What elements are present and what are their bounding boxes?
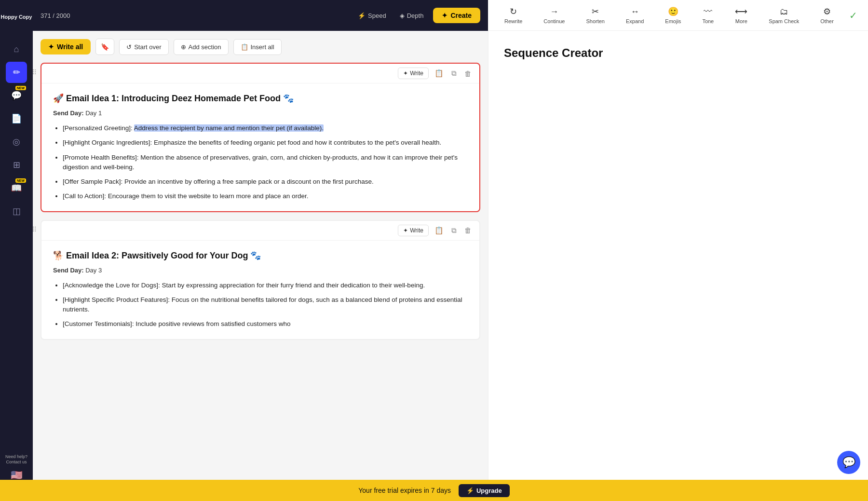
- sidebar-item-target[interactable]: ◎: [6, 131, 27, 152]
- expand-button[interactable]: ↔ Expand: [620, 4, 650, 27]
- emojis-button[interactable]: 🙂 Emojis: [659, 3, 687, 27]
- add-section-icon: ⊕: [181, 43, 186, 51]
- write-all-label: Write all: [57, 43, 83, 51]
- send-day-label-2: Send Day:: [53, 267, 84, 274]
- list-item: [Customer Testimonials]: Include positiv…: [63, 319, 468, 329]
- sidebar-item-doc[interactable]: 📄: [6, 108, 27, 129]
- language-flag[interactable]: 🇺🇸: [11, 469, 23, 481]
- write-all-button[interactable]: ✦ Write all: [41, 39, 91, 54]
- card-write-label-2: Write: [410, 227, 423, 234]
- top-controls: ⚡ Speed ◈ Depth ✦ Create: [354, 8, 480, 23]
- upgrade-label: Upgrade: [476, 487, 502, 494]
- new-badge: new: [15, 86, 26, 90]
- section-wrapper-1: ⠿ ✦ Write 📋 ⧉ 🗑 🚀 Email Idea 1: Introduc…: [41, 63, 480, 212]
- right-panel-title: Sequence Creator: [504, 46, 853, 60]
- create-label: Create: [450, 12, 472, 19]
- book-icon: 📖: [11, 183, 22, 193]
- send-day-2: Send Day: Day 3: [53, 267, 468, 274]
- send-day-value-1: Day 1: [85, 109, 102, 117]
- more-icon: ⟷: [735, 6, 747, 17]
- right-toolbar: ↻ Rewrite → Continue ✂ Shorten ↔ Expand …: [488, 0, 868, 31]
- card-title-2: 🐕 Email Idea 2: Pawsitively Good for You…: [53, 250, 468, 261]
- doc-icon: 📄: [11, 113, 22, 124]
- card-duplicate-icon-1[interactable]: ⧉: [449, 68, 459, 79]
- tone-button[interactable]: 〰 Tone: [696, 4, 719, 27]
- email-list-2: [Acknowledge the Love for Dogs]: Start b…: [53, 281, 468, 329]
- card-copy-icon-1[interactable]: 📋: [433, 68, 446, 79]
- word-count: 371 / 2000: [41, 12, 70, 19]
- email-card-1: ✦ Write 📋 ⧉ 🗑 🚀 Email Idea 1: Introducin…: [41, 63, 480, 212]
- list-item: [Acknowledge the Love for Dogs]: Start b…: [63, 281, 468, 290]
- insert-all-button[interactable]: 📋 Insert all: [233, 39, 282, 55]
- list-item: [Call to Action]: Encourage them to visi…: [63, 191, 468, 201]
- drag-handle-2[interactable]: ⠿: [33, 226, 37, 233]
- chat-bubble-icon: 💬: [842, 456, 855, 469]
- sidebar-item-edit[interactable]: ✏: [6, 62, 27, 83]
- list-item: [Promote Health Benefits]: Mention the a…: [63, 153, 468, 173]
- bookmark-button[interactable]: 🔖: [95, 39, 114, 55]
- card-copy-icon-2[interactable]: 📋: [433, 225, 446, 236]
- speed-button[interactable]: ⚡ Speed: [354, 10, 390, 21]
- card-write-icon-2: ✦: [403, 227, 408, 234]
- upgrade-button[interactable]: ⚡ Upgrade: [459, 484, 510, 497]
- spam-check-label: Spam Check: [769, 18, 799, 24]
- sidebar: Hoppy Copy ⌂ ✏ 💬 new 📄 ◎ ⊞ 📖: [0, 0, 33, 501]
- continue-label: Continue: [543, 18, 565, 24]
- list-item: [Personalized Greeting]: Address the rec…: [63, 123, 468, 133]
- send-day-label-1: Send Day:: [53, 109, 84, 117]
- expand-label: Expand: [626, 18, 644, 24]
- chat-bubble[interactable]: 💬: [837, 451, 860, 474]
- email-card-2: ✦ Write 📋 ⧉ 🗑 🐕 Email Idea 2: Pawsitivel…: [41, 220, 480, 340]
- start-over-button[interactable]: ↺ Start over: [119, 39, 168, 55]
- sidebar-item-box[interactable]: ◫: [6, 201, 27, 222]
- send-day-1: Send Day: Day 1: [53, 109, 468, 117]
- more-label: More: [735, 18, 747, 24]
- depth-button[interactable]: ◈ Depth: [396, 10, 428, 21]
- speed-icon: ⚡: [358, 12, 366, 19]
- continue-button[interactable]: → Continue: [538, 4, 570, 27]
- add-section-label: Add section: [189, 43, 221, 51]
- add-section-button[interactable]: ⊕ Add section: [174, 39, 229, 55]
- sidebar-item-home[interactable]: ⌂: [6, 39, 27, 60]
- card-write-button-1[interactable]: ✦ Write: [398, 68, 429, 79]
- emojis-label: Emojis: [665, 18, 681, 24]
- card-delete-icon-1[interactable]: 🗑: [462, 68, 474, 79]
- upgrade-icon: ⚡: [466, 487, 474, 494]
- check-mark: ✓: [849, 10, 857, 21]
- chat-icon: 💬: [11, 90, 22, 101]
- logo-text: Hoppy Copy: [1, 14, 32, 20]
- editor-panel: ✦ Write all 🔖 ↺ Start over ⊕ Add section…: [33, 31, 488, 501]
- create-button[interactable]: ✦ Create: [433, 8, 480, 23]
- sidebar-item-book[interactable]: 📖 new: [6, 177, 27, 199]
- card-write-icon-1: ✦: [403, 70, 408, 77]
- main-content: ✦ Write all 🔖 ↺ Start over ⊕ Add section…: [33, 31, 868, 501]
- help-link[interactable]: Need help? Contact us: [5, 454, 27, 465]
- rewrite-button[interactable]: ↻ Rewrite: [499, 3, 528, 27]
- section-wrapper-2: ⠿ ✦ Write 📋 ⧉ 🗑 🐕 Email Idea 2: Pawsitiv…: [41, 220, 480, 340]
- other-button[interactable]: ⚙ Other: [814, 3, 840, 27]
- sidebar-item-chat[interactable]: 💬 new: [6, 85, 27, 106]
- sidebar-item-grid[interactable]: ⊞: [6, 154, 27, 176]
- spam-check-button[interactable]: 🗂 Spam Check: [763, 4, 805, 27]
- app-logo[interactable]: Hoppy Copy: [0, 0, 33, 35]
- grid-icon: ⊞: [13, 160, 20, 170]
- card-content-1: 🚀 Email Idea 1: Introducing Deez Homemad…: [41, 83, 479, 211]
- start-over-label: Start over: [134, 43, 161, 51]
- home-icon: ⌂: [14, 44, 19, 54]
- card-title-1: 🚀 Email Idea 1: Introducing Deez Homemad…: [53, 93, 468, 104]
- card-write-button-2[interactable]: ✦ Write: [398, 225, 429, 236]
- insert-all-label: Insert all: [251, 43, 274, 51]
- insert-all-icon: 📋: [241, 43, 248, 51]
- card-delete-icon-2[interactable]: 🗑: [462, 225, 474, 235]
- more-button[interactable]: ⟷ More: [729, 3, 753, 27]
- bookmark-icon: 🔖: [101, 43, 109, 51]
- shorten-icon: ✂: [592, 6, 599, 17]
- drag-handle-1[interactable]: ⠿: [33, 68, 37, 76]
- right-panel: Sequence Creator: [488, 31, 868, 501]
- trial-bar: Your free trial expires in 7 days ⚡ Upgr…: [0, 480, 868, 501]
- new-badge-2: new: [15, 178, 26, 183]
- card-duplicate-icon-2[interactable]: ⧉: [449, 225, 459, 236]
- shorten-button[interactable]: ✂ Shorten: [580, 3, 610, 27]
- spam-check-icon: 🗂: [780, 7, 788, 17]
- create-icon: ✦: [442, 12, 448, 19]
